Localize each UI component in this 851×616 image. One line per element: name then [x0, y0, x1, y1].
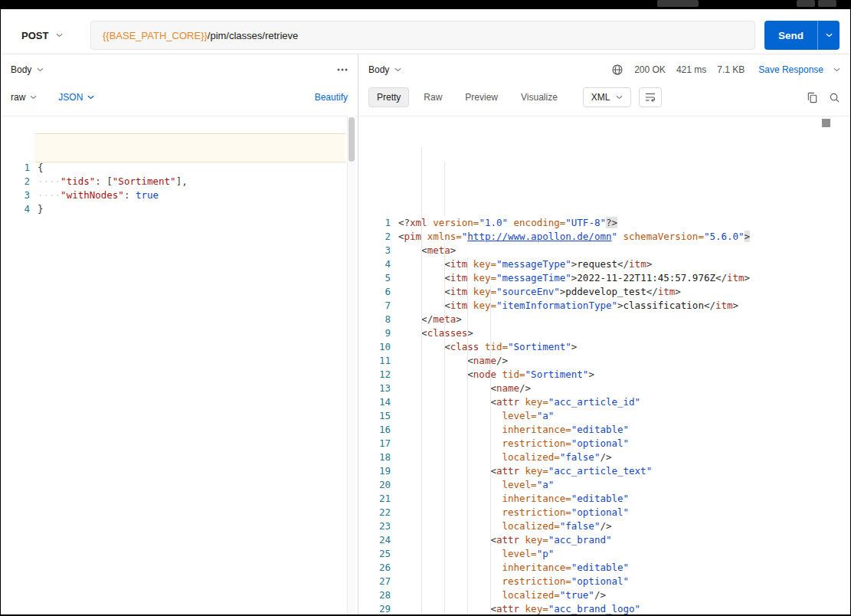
indent-guide	[467, 257, 468, 614]
response-view-toolbar: PrettyRawPreviewVisualize XML	[368, 87, 840, 108]
send-options-button[interactable]	[817, 21, 840, 50]
send-button[interactable]: Send	[764, 21, 840, 50]
scrollbar[interactable]	[347, 116, 355, 614]
line-number: 7	[363, 299, 398, 313]
indent-guide	[444, 244, 445, 614]
method-select[interactable]: POST	[11, 21, 84, 50]
line-number: 2	[363, 230, 398, 244]
save-response-button[interactable]: Save Response	[758, 64, 840, 75]
indent-guide	[444, 161, 445, 216]
response-pane: Body 200 OK 421 ms 7.1 KB Save Response	[358, 54, 850, 614]
chevron-down-icon	[56, 33, 63, 38]
line-number: 15	[363, 409, 398, 423]
body-language-select[interactable]: JSON	[58, 92, 94, 103]
code-line: 17 restriction="optional"	[363, 437, 850, 451]
chevron-down-icon	[87, 95, 94, 100]
chevron-down-icon	[826, 33, 833, 38]
chevron-down-icon	[616, 95, 623, 100]
app-window: POST {{BASE_PATH_CORE}}/pim/classes/retr…	[0, 0, 851, 616]
chevron-down-icon	[37, 67, 44, 72]
code-line: 4}	[5, 202, 358, 216]
response-header: Body 200 OK 421 ms 7.1 KB Save Response	[368, 61, 840, 79]
scrollbar-thumb[interactable]	[822, 119, 830, 127]
line-number: 29	[363, 602, 398, 614]
scrollbar-thumb[interactable]	[349, 117, 355, 162]
line-number: 11	[363, 354, 398, 368]
indent-guide	[421, 147, 422, 614]
response-body-editor[interactable]: 1<?xml version="1.0" encoding="UTF-8"?>2…	[358, 116, 850, 614]
response-time: 421 ms	[676, 64, 706, 75]
code-line: 8 </meta>	[363, 313, 850, 326]
line-number: 21	[363, 492, 398, 506]
line-number: 20	[363, 478, 398, 492]
more-options-icon[interactable]	[337, 68, 348, 71]
chevron-down-icon	[30, 95, 37, 100]
code-line: 6 <itm key="sourceEnv">pddevelop_test</i…	[363, 285, 850, 299]
code-line: 2<pim xmlns="http://www.apollon.de/omn" …	[363, 230, 850, 244]
code-line: 12 <node tid="Sortiment">	[363, 368, 850, 382]
code-line: 14 <attr key="acc_article_id"	[363, 395, 850, 409]
code-line: 7 <itm key="itemInformationType">classif…	[363, 299, 850, 313]
tab-raw[interactable]: Raw	[415, 87, 450, 107]
line-number: 1	[363, 216, 398, 230]
line-number: 24	[363, 533, 398, 547]
code-line: 4 <itm key="messageType">request</itm>	[363, 257, 850, 271]
code-line: 16 inheritance="editable"	[363, 423, 850, 437]
response-view-tabs: PrettyRawPreviewVisualize	[368, 87, 572, 107]
response-size: 7.1 KB	[717, 64, 745, 75]
line-number: 18	[363, 451, 398, 464]
topbar-button[interactable]	[818, 0, 836, 7]
line-number: 27	[363, 575, 398, 588]
line-number: 23	[363, 519, 398, 533]
line-number: 3	[5, 188, 38, 202]
code-line: 29 <attr key="acc_brand_logo"	[363, 602, 850, 614]
code-line: 28 localized="true"/>	[363, 588, 850, 602]
window-topbar	[0, 0, 851, 9]
code-line: 25 level="p"	[363, 547, 850, 561]
tab-preview[interactable]: Preview	[457, 87, 506, 107]
tab-pretty[interactable]: Pretty	[368, 87, 409, 107]
topbar-button[interactable]	[797, 0, 815, 7]
send-label: Send	[764, 21, 817, 50]
code-line: 21 inheritance="editable"	[363, 492, 850, 506]
body-mode-select[interactable]: raw	[11, 92, 37, 103]
url-variable: {{BASE_PATH_CORE}}	[103, 30, 208, 41]
request-body-editor[interactable]: 1{2····"tids": ["Sortiment"],3····"withN…	[1, 116, 358, 614]
request-workspace: POST {{BASE_PATH_CORE}}/pim/classes/retr…	[1, 9, 850, 614]
code-line: 10 <class tid="Sortiment">	[363, 340, 850, 354]
copy-response-icon[interactable]	[807, 92, 818, 103]
network-info-icon[interactable]	[611, 64, 624, 76]
line-number: 5	[363, 271, 398, 285]
code-line: 3····"withNodes": true	[5, 188, 358, 202]
code-line: 19 <attr key="acc_article_text"	[363, 464, 850, 478]
body-mode-label: raw	[11, 92, 25, 103]
line-number: 10	[363, 340, 398, 354]
code-line: 11 <name/>	[363, 354, 850, 368]
code-line: 3 <meta>	[363, 244, 850, 257]
line-number: 9	[363, 326, 398, 340]
line-number: 3	[363, 244, 398, 257]
line-number: 25	[363, 547, 398, 561]
url-path: /pim/classes/retrieve	[208, 30, 298, 41]
line-number: 1	[5, 161, 38, 175]
beautify-button[interactable]: Beautify	[315, 92, 348, 103]
line-number: 4	[363, 257, 398, 271]
topbar-button[interactable]	[657, 0, 699, 7]
code-line: 26 inheritance="editable"	[363, 561, 850, 575]
line-number: 6	[363, 285, 398, 299]
search-response-icon[interactable]	[829, 92, 840, 103]
format-select[interactable]: XML	[583, 87, 631, 107]
line-number: 12	[363, 368, 398, 382]
request-bar: POST {{BASE_PATH_CORE}}/pim/classes/retr…	[11, 20, 840, 51]
wrap-lines-button[interactable]	[639, 87, 662, 107]
request-body-pane: Body raw JSON	[1, 54, 358, 614]
line-number: 8	[363, 313, 398, 326]
code-line: 13 <name/>	[363, 382, 850, 395]
response-body-label[interactable]: Body	[368, 64, 389, 75]
line-number: 2	[5, 175, 38, 188]
indent-guide	[490, 285, 491, 614]
url-input[interactable]: {{BASE_PATH_CORE}}/pim/classes/retrieve	[90, 21, 755, 50]
tab-visualize[interactable]: Visualize	[512, 87, 566, 107]
body-section-label[interactable]: Body	[11, 64, 31, 75]
chevron-down-icon	[394, 67, 401, 72]
